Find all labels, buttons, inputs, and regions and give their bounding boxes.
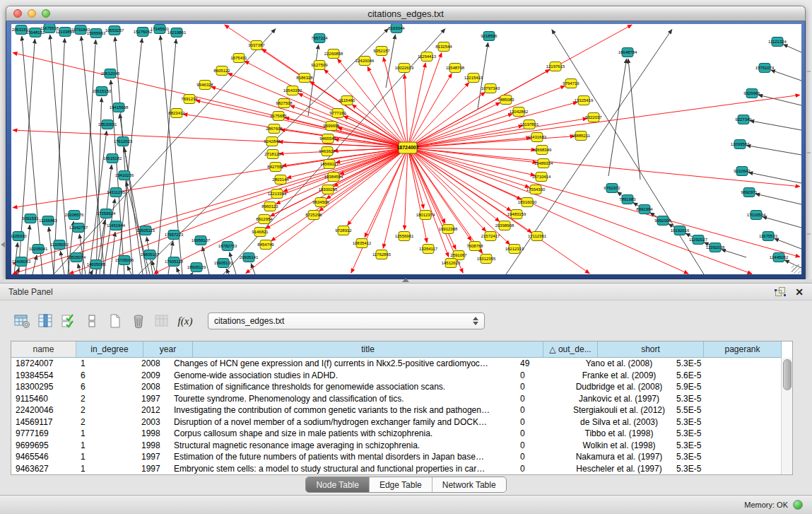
graph-node[interactable]: 9329966	[743, 89, 760, 98]
graph-node[interactable]: 9546328	[196, 81, 213, 90]
graph-node[interactable]: 9127509	[311, 61, 328, 70]
graph-node[interactable]: 9465546	[319, 134, 336, 144]
network-window[interactable]: citations_edges.txt 20531510159481511167…	[6, 6, 806, 279]
close-panel-icon[interactable]: ✕	[795, 287, 804, 297]
graph-node[interactable]: 13325419	[575, 96, 594, 105]
graph-node[interactable]: 20515150	[93, 87, 112, 96]
graph-node[interactable]: 10205041	[29, 245, 48, 254]
resize-grip[interactable]	[792, 264, 801, 274]
graph-node[interactable]: 11675533	[759, 232, 778, 241]
citation-graph[interactable]: 2053151015948151116755381210385416791843…	[11, 24, 801, 274]
graph-node[interactable]: 15489334	[534, 159, 553, 168]
graph-node[interactable]: 9175685	[270, 112, 287, 121]
new-column-icon[interactable]	[106, 312, 124, 330]
graph-node[interactable]: 9692971	[741, 188, 758, 197]
graph-node[interactable]: 9728912	[335, 226, 352, 235]
graph-node[interactable]: 15885211	[572, 132, 591, 141]
graph-node[interactable]: 9463627	[319, 147, 336, 156]
graph-node[interactable]: 10197801	[520, 120, 539, 129]
table-body[interactable]: 1872400712008Changes of HCN gene express…	[11, 358, 782, 474]
graph-node[interactable]: 2718120	[264, 150, 281, 159]
graph-node[interactable]: 8427552	[267, 163, 284, 172]
graph-node[interactable]: 10835412	[353, 239, 372, 248]
column-header-name[interactable]: name	[11, 341, 76, 358]
network-canvas[interactable]: 2053151015948151116755381210385416791843…	[11, 24, 801, 274]
graph-node[interactable]: 11156863	[39, 216, 57, 226]
table-mode-icon[interactable]	[13, 312, 31, 330]
graph-node[interactable]: 9794719	[563, 79, 579, 88]
delete-table-icon[interactable]	[153, 312, 171, 330]
float-window-icon[interactable]	[775, 286, 787, 297]
function-builder-icon[interactable]: f(x)	[176, 312, 194, 330]
table-panel-titlebar[interactable]: Table Panel ✕	[0, 284, 812, 300]
graph-node[interactable]: 17554300	[526, 185, 546, 194]
graph-node[interactable]: 8186328	[296, 74, 313, 83]
graph-node[interactable]: 9210643	[734, 167, 751, 176]
graph-node[interactable]: 7957224	[311, 34, 328, 43]
zoom-window-icon[interactable]	[42, 9, 50, 18]
column-header-out_de[interactable]: △ out_de...	[543, 341, 598, 358]
graph-node[interactable]: 9218596	[481, 32, 498, 41]
panel-collapse-arrow-icon[interactable]	[1, 242, 5, 247]
graph-node[interactable]: 10797343	[481, 84, 500, 93]
graph-node[interactable]: 8823412	[168, 109, 185, 118]
table-row[interactable]: 946362711997Embryonic stem cells: a mode…	[11, 463, 782, 475]
graph-node[interactable]: 9242848	[264, 137, 281, 146]
graph-node[interactable]: 12042862	[510, 107, 529, 117]
graph-node[interactable]: 7691234	[181, 95, 198, 104]
graph-node[interactable]: 9115460	[339, 96, 356, 105]
graph-node[interactable]: 12197615	[546, 62, 565, 71]
graph-node[interactable]: 11762865	[372, 250, 392, 259]
splitter-handle-icon[interactable]	[402, 278, 409, 282]
column-header-in_degree[interactable]: in_degree	[76, 341, 143, 358]
graph-node[interactable]: 13354117	[419, 245, 438, 254]
graph-node[interactable]: 11431683	[528, 133, 547, 142]
graph-node[interactable]: 10022619	[395, 64, 414, 73]
graph-node[interactable]: 8991994	[636, 205, 653, 214]
tab-network-table[interactable]: Network Table	[432, 477, 506, 492]
graph-node[interactable]: 9827508	[276, 99, 293, 108]
delete-column-icon[interactable]	[129, 312, 148, 330]
graph-node[interactable]: 16805107	[141, 250, 160, 259]
node-table[interactable]: namein_degreeyeartitle△ out_de...shortpa…	[11, 341, 793, 475]
graph-node[interactable]: 16710414	[532, 173, 551, 182]
table-row[interactable]: 911546021997Tourette syndrome. Phenomeno…	[11, 393, 782, 405]
graph-node[interactable]: 20206576	[65, 211, 84, 220]
graph-node[interactable]: 16515182	[103, 154, 122, 163]
graph-node[interactable]: 18012374	[416, 211, 435, 220]
graph-node[interactable]: 8725296	[305, 211, 322, 220]
table-row[interactable]: 1456911722003Disruption of a novel membe…	[11, 416, 782, 428]
graph-node[interactable]: 7891983	[619, 195, 636, 204]
graph-node[interactable]: 12215419	[464, 74, 483, 83]
graph-node[interactable]: 2867608	[266, 124, 283, 134]
graph-node[interactable]: 16212319	[505, 245, 524, 254]
graph-node[interactable]: 17957223	[165, 230, 184, 240]
graph-node[interactable]: 20905141	[240, 253, 259, 262]
graph-node[interactable]: 14311295	[107, 188, 126, 197]
graph-node[interactable]: 10553257	[105, 26, 124, 35]
graph-node[interactable]: 18724007	[396, 142, 418, 153]
graph-node[interactable]: 7608768	[466, 242, 483, 251]
graph-node[interactable]: 8454749	[257, 240, 274, 250]
column-header-year[interactable]: year	[143, 341, 193, 358]
graph-node[interactable]: 9352157	[373, 47, 390, 56]
table-row[interactable]: 946554611997Estimation of the future num…	[11, 451, 782, 463]
column-header-title[interactable]: title	[193, 341, 543, 358]
graph-node[interactable]: 16219861	[167, 28, 187, 37]
table-row[interactable]: 1872400712008Changes of HCN gene express…	[11, 358, 782, 370]
close-window-icon[interactable]	[13, 9, 22, 18]
table-row[interactable]: 1938455462009Genome-wide association stu…	[11, 370, 782, 382]
table-row[interactable]: 969969511998Structural magnetic resonanc…	[11, 440, 782, 452]
graph-node[interactable]: 7485083	[498, 95, 514, 105]
graph-node[interactable]: 12093587	[731, 140, 750, 149]
graph-node[interactable]: 8960123	[261, 202, 278, 211]
graph-node[interactable]: 18300295	[319, 185, 338, 194]
graph-node[interactable]: 15751074	[755, 64, 775, 73]
graph-node[interactable]: 12556961	[395, 232, 414, 241]
graph-node[interactable]: 11254413	[418, 52, 437, 62]
graph-node[interactable]: 17016504	[747, 211, 766, 220]
graph-node[interactable]: 11548708	[446, 64, 465, 73]
graph-node[interactable]: 12668349	[533, 146, 552, 155]
graph-node[interactable]: 19912388	[439, 225, 458, 234]
graph-node[interactable]: 3037387	[248, 41, 265, 50]
